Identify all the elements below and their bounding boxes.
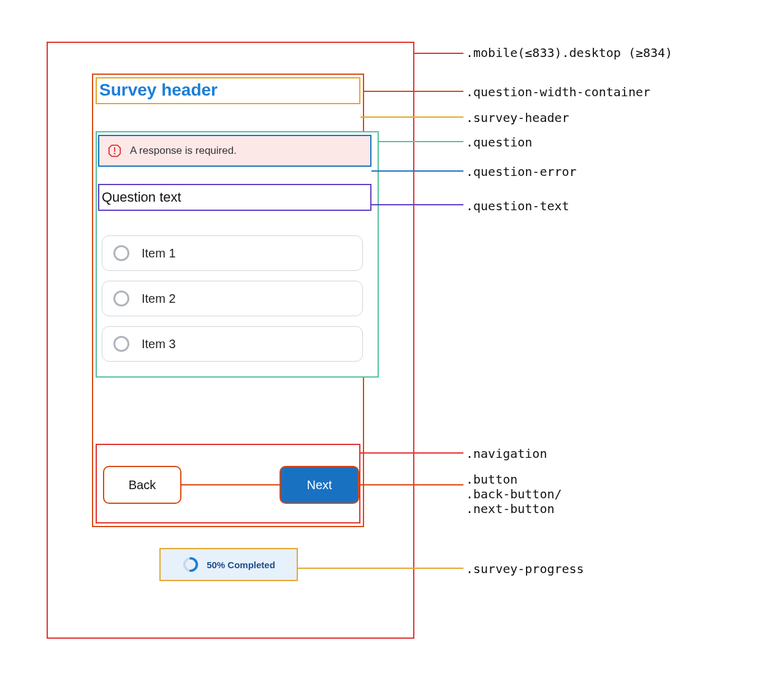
leader-line	[360, 116, 463, 118]
error-message: A response is required.	[130, 145, 237, 157]
survey-header: Survey header	[96, 77, 360, 104]
annotation-button-l2: .back-button/	[466, 487, 562, 501]
radio-label: Item 3	[142, 337, 176, 351]
back-button[interactable]: Back	[103, 466, 181, 504]
annotation-button: .button .back-button/ .next-button	[466, 472, 562, 516]
annotation-survey-header: .survey-header	[466, 110, 569, 125]
leader-line	[379, 141, 463, 142]
next-button[interactable]: Next	[280, 466, 359, 504]
leader-line	[360, 452, 463, 454]
progress-text: 50% Completed	[207, 560, 275, 570]
leader-line	[414, 53, 463, 54]
radio-item[interactable]: Item 2	[102, 281, 363, 316]
leader-line	[181, 484, 280, 485]
annotation-navigation: .navigation	[466, 446, 547, 461]
question-error: A response is required.	[98, 135, 371, 167]
survey-header-text: Survey header	[99, 80, 218, 99]
radio-label: Item 1	[142, 246, 176, 261]
back-button-label: Back	[129, 478, 156, 492]
leader-line	[371, 170, 463, 172]
annotation-question-error: .question-error	[466, 164, 577, 179]
question-text-label: Question text	[102, 189, 181, 205]
leader-line	[371, 204, 463, 205]
svg-point-2	[114, 153, 116, 154]
diagram: Survey header A response is required. Qu…	[37, 37, 728, 663]
annotation-question-text: .question-text	[466, 199, 569, 213]
error-icon	[108, 144, 121, 158]
radio-group: Item 1 Item 2 Item 3	[102, 235, 363, 371]
radio-icon	[113, 245, 129, 261]
annotation-mobile-desktop: .mobile(≤833).desktop (≥834)	[466, 45, 672, 60]
annotation-survey-progress: .survey-progress	[466, 561, 584, 576]
leader-line	[364, 91, 463, 92]
annotation-button-l1: .button	[466, 472, 517, 487]
radio-item[interactable]: Item 1	[102, 235, 363, 271]
radio-item[interactable]: Item 3	[102, 326, 363, 362]
radio-icon	[113, 291, 129, 306]
annotation-button-l3: .next-button	[466, 501, 562, 516]
survey-progress: 50% Completed	[159, 548, 298, 581]
progress-ring-icon	[182, 556, 199, 573]
radio-label: Item 2	[142, 292, 176, 306]
radio-icon	[113, 336, 129, 352]
annotation-question: .question	[466, 135, 532, 150]
leader-line	[359, 484, 463, 485]
diagram-canvas: Survey header A response is required. Qu…	[12, 12, 753, 688]
next-button-label: Next	[306, 478, 332, 492]
question-text: Question text	[98, 184, 371, 211]
leader-line	[298, 568, 463, 569]
annotation-question-width-container: .question-width-container	[466, 85, 650, 99]
